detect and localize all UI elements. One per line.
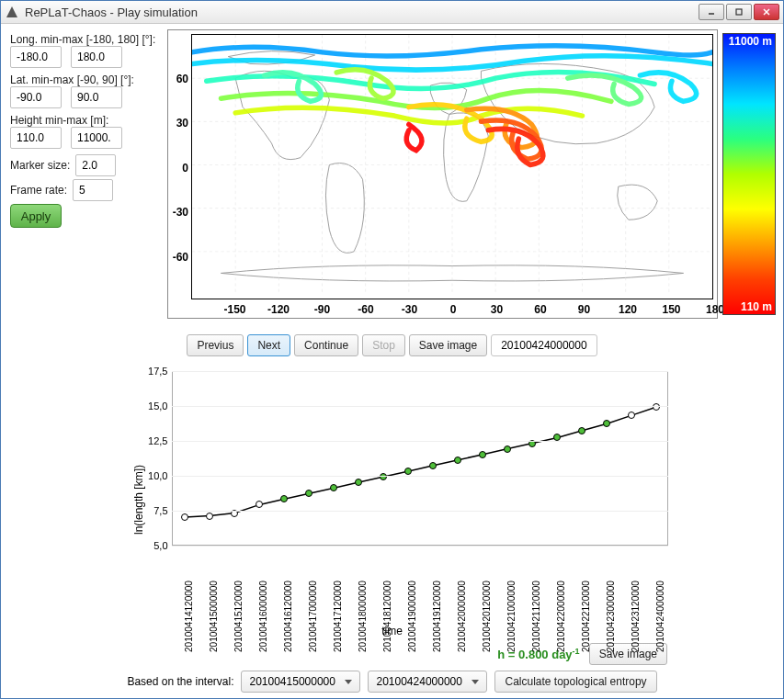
svg-rect-2 [736, 9, 742, 15]
long-label: Long. min-max [-180, 180] [°]: [10, 33, 157, 46]
interval-from-select[interactable]: 20100415000000 [241, 671, 360, 693]
particle-swirl [192, 35, 712, 295]
chart-x-tick: 20100420120000 [482, 581, 492, 652]
playback-toolbar: Previus Next Continue Stop Save image 20… [6, 334, 778, 356]
chart-point [603, 420, 610, 427]
continue-button[interactable]: Continue [294, 334, 358, 356]
chart-x-tick: 20100415120000 [233, 581, 244, 652]
chart-x-tick: 20100415000000 [209, 581, 219, 652]
lat-max-input[interactable] [71, 86, 122, 108]
chart-y-label: ln(length [km]) [132, 465, 145, 535]
chart-point [504, 445, 511, 453]
frame-rate-input[interactable] [73, 179, 113, 201]
chart-x-tick: 20100419000000 [407, 581, 417, 652]
timestamp-display: 20100424000000 [491, 334, 597, 356]
chart-x-tick: 20100424000000 [655, 581, 665, 652]
lat-label: Lat. min-max [-90, 90] [°]: [10, 73, 157, 86]
map-x-tick: 30 [491, 303, 503, 316]
apply-button[interactable]: Apply [10, 204, 62, 228]
map-y-tick: 0 [168, 162, 188, 175]
chart-point [355, 479, 362, 486]
chart-point [653, 403, 660, 411]
chart-x-tick: 20100423120000 [631, 581, 641, 652]
chart-point [206, 513, 213, 520]
lat-min-input[interactable] [10, 86, 62, 108]
interval-label: Based on the interval: [127, 675, 233, 688]
map-x-tick: -150 [223, 303, 245, 316]
colorbar-min-label: 110 m [741, 300, 772, 313]
chart-x-tick: 20100417120000 [333, 581, 343, 652]
map-x-tick: 120 [619, 303, 637, 316]
window-title: RePLaT-Chaos - Play simulation [25, 6, 699, 19]
chart-x-tick: 20100419120000 [432, 581, 442, 652]
chart-point [380, 473, 387, 480]
chart-y-tick: 12,5 [144, 435, 168, 446]
map-x-tick: -120 [267, 303, 290, 316]
chart-point [181, 513, 188, 521]
chart-point [578, 427, 585, 434]
chart-point [256, 501, 263, 508]
map-y-tick: -60 [168, 251, 188, 264]
chart-point [479, 451, 486, 458]
map-x-tick: 90 [578, 303, 590, 316]
map-x-tick: 60 [534, 303, 546, 316]
map-x-tick: -90 [314, 303, 330, 316]
chart-x-tick: 20100422000000 [556, 581, 566, 652]
chart-x-tick: 20100417000000 [308, 581, 318, 652]
calculate-entropy-button[interactable]: Calculate topological entropy [494, 671, 656, 693]
settings-panel: Long. min-max [-180, 180] [°]: Lat. min-… [6, 29, 163, 333]
chart-x-label: time [381, 625, 403, 637]
length-chart: ln(length [km]) 5,07,510,012,515,017,5 2… [108, 362, 677, 637]
chart-y-tick: 15,0 [144, 400, 168, 412]
chart-x-tick: 20100422120000 [581, 581, 591, 652]
app-icon [5, 5, 19, 19]
svg-marker-0 [6, 6, 17, 17]
chart-y-tick: 17,5 [144, 366, 168, 377]
long-max-input[interactable] [71, 46, 122, 68]
chart-y-tick: 10,0 [144, 470, 168, 481]
chart-point [429, 462, 437, 469]
chart-point [280, 495, 288, 502]
chart-y-tick: 5,0 [144, 540, 168, 551]
height-label: Height min-max [m]: [10, 114, 157, 127]
colorbar: 11000 m 110 m [721, 29, 778, 319]
chart-x-tick: 20100423000000 [606, 581, 616, 652]
chart-x-tick: 20100416000000 [258, 581, 268, 652]
chart-point [404, 468, 412, 475]
close-button[interactable] [754, 4, 779, 20]
chart-point [305, 490, 312, 497]
long-min-input[interactable] [10, 46, 62, 68]
title-bar[interactable]: RePLaT-Chaos - Play simulation [1, 1, 783, 24]
chart-x-tick: 20100418120000 [382, 581, 392, 652]
save-map-image-button[interactable]: Save image [409, 334, 487, 356]
chart-x-tick: 20100414120000 [184, 581, 194, 652]
map-x-tick: -60 [358, 303, 373, 316]
chart-x-tick: 20100420000000 [457, 581, 467, 652]
previous-button[interactable]: Previus [187, 334, 244, 356]
map-y-tick: -30 [168, 206, 188, 219]
map-y-tick: 60 [168, 73, 188, 85]
frame-rate-label: Frame rate: [10, 184, 67, 197]
chart-x-tick: 20100421000000 [506, 581, 517, 652]
app-window: RePLaT-Chaos - Play simulation Long. min… [0, 0, 784, 699]
marker-size-input[interactable] [75, 154, 116, 176]
maximize-button[interactable] [726, 4, 752, 20]
minimize-button[interactable] [699, 4, 724, 20]
next-button[interactable]: Next [247, 334, 290, 356]
chart-point [628, 412, 635, 419]
chart-point [330, 484, 337, 491]
map-x-tick: -30 [402, 303, 417, 316]
chart-point [454, 457, 461, 464]
height-max-input[interactable] [71, 127, 122, 149]
map-x-tick: 0 [450, 303, 457, 316]
chart-x-tick: 20100418000000 [358, 581, 368, 652]
interval-to-select[interactable]: 20100424000000 [368, 671, 487, 693]
stop-button[interactable]: Stop [362, 334, 405, 356]
chart-x-tick: 20100416120000 [283, 581, 293, 652]
colorbar-max-label: 11000 m [729, 35, 772, 48]
marker-size-label: Marker size: [10, 159, 70, 172]
map-plot-area: 60300-30-60 -150-120-90-60-3003060901201… [163, 29, 778, 333]
map-x-tick: 150 [662, 303, 680, 316]
chart-y-tick: 7,5 [144, 505, 168, 516]
height-min-input[interactable] [10, 127, 62, 149]
